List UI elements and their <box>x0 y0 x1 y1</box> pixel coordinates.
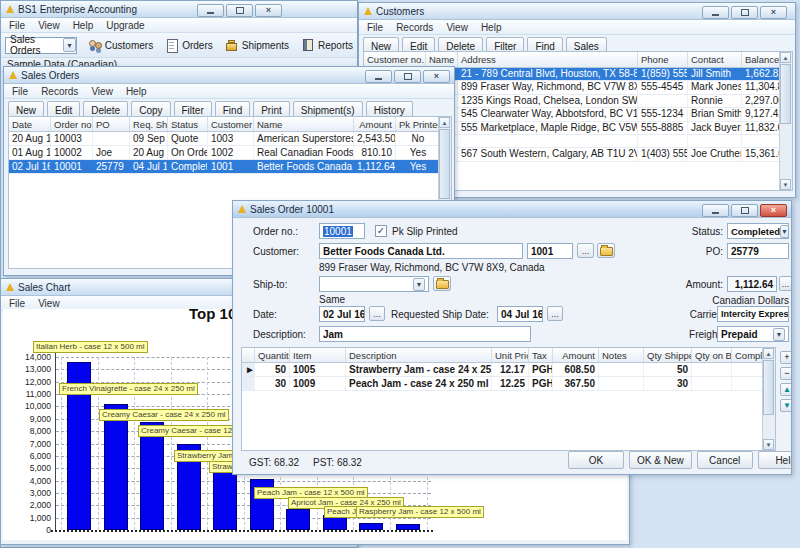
shipments-icon <box>225 39 239 52</box>
table-row[interactable]: 02 Jul 16100012577904 Jul 16Completed100… <box>9 160 451 174</box>
minimize-button[interactable] <box>702 6 729 19</box>
toolbar-reports-button[interactable]: Reports <box>301 39 353 52</box>
main-title-bar[interactable]: BS1 Enterprise Accounting × <box>1 1 357 18</box>
req-ship-date-picker-button[interactable]: ... <box>547 306 563 321</box>
items-grid-scrollbar[interactable]: ▲ ▼ <box>762 348 775 450</box>
maximize-button[interactable] <box>731 6 758 19</box>
ship-to-dropdown[interactable]: ▼ <box>319 276 429 292</box>
description-field[interactable]: Jam <box>319 326 531 342</box>
scrollbar-thumb[interactable] <box>763 360 774 415</box>
scrollbar-thumb[interactable] <box>780 64 791 124</box>
toolbar-orders-button[interactable]: Orders <box>165 39 213 52</box>
cell-name: Better Foods Canada Ltd. <box>254 160 354 173</box>
maximize-button[interactable] <box>226 4 253 17</box>
minimize-button[interactable] <box>365 70 392 83</box>
cell-pk_printed: No <box>396 132 441 145</box>
table-row[interactable]: 301009Peach Jam - case 24 x 250 ml12.25P… <box>242 377 775 391</box>
freight-dropdown[interactable]: Prepaid ▼ <box>717 326 789 342</box>
carrier-dropdown[interactable]: Intercity Express ▼ <box>717 306 789 322</box>
customer-name-field[interactable]: Better Foods Canada Ltd. <box>319 243 523 259</box>
close-button[interactable]: × <box>423 70 450 83</box>
y-axis-tick-label: 13,000 <box>9 365 51 374</box>
cell-quantity: 50 <box>255 363 290 376</box>
sales-orders-menu-help[interactable]: Help <box>126 86 147 97</box>
main-menu-help[interactable]: Help <box>73 20 94 31</box>
module-selector[interactable]: Sales Orders ▼ <box>5 37 77 54</box>
chevron-down-icon[interactable]: ▼ <box>413 278 425 291</box>
po-field[interactable]: 25779 <box>727 243 789 259</box>
minimize-button[interactable] <box>197 4 224 17</box>
scroll-down-icon[interactable]: ▼ <box>763 439 774 450</box>
main-menu-file[interactable]: File <box>9 20 25 31</box>
help-button[interactable]: Help <box>758 451 792 469</box>
customer-no-field[interactable]: 1001 <box>527 243 573 259</box>
pk-slip-checkbox[interactable]: ✓ <box>375 225 387 237</box>
main-caption-buttons: × <box>197 4 282 17</box>
close-button[interactable]: × <box>760 204 787 217</box>
sales-orders-menu-records[interactable]: Records <box>41 86 78 97</box>
cell-po: 25779 <box>93 160 130 173</box>
chart-menu-file[interactable]: File <box>9 298 25 309</box>
table-row[interactable]: ►501005Strawberry Jam - case 24 x 250 ml… <box>242 363 775 377</box>
maximize-button[interactable] <box>731 204 758 217</box>
add-row-button[interactable]: + <box>780 351 792 364</box>
chart-menu-view[interactable]: View <box>38 298 60 309</box>
maximize-button[interactable] <box>394 70 421 83</box>
minimize-button[interactable] <box>702 204 729 217</box>
ship-to-label: Ship-to: <box>253 279 287 290</box>
main-menubar: FileViewHelpUpgrade <box>1 18 357 33</box>
customer-open-button[interactable] <box>597 243 615 258</box>
move-down-button[interactable]: ▼ <box>780 399 792 412</box>
scroll-up-icon[interactable]: ▲ <box>763 348 774 359</box>
column-header-pk_printed: Pk Printed <box>396 117 441 131</box>
chevron-down-icon[interactable]: ▼ <box>780 225 789 238</box>
dialog-title-bar[interactable]: Sales Order 10001 × <box>233 201 791 218</box>
scroll-down-icon[interactable]: ▼ <box>780 179 791 190</box>
cell-description: Peach Jam - case 24 x 250 ml <box>346 377 492 390</box>
customers-menu-help[interactable]: Help <box>481 22 502 33</box>
amount-detail-button[interactable]: ... <box>779 276 792 291</box>
sales-orders-menubar: FileRecordsViewHelp <box>4 84 454 99</box>
desktop: BS1 Enterprise Accounting × FileViewHelp… <box>0 0 800 548</box>
move-up-button[interactable]: ▲ <box>780 383 792 396</box>
main-menu-view[interactable]: View <box>38 20 60 31</box>
sales-orders-menu-file[interactable]: File <box>12 86 28 97</box>
remove-row-button[interactable]: − <box>780 367 792 380</box>
order-no-field[interactable]: 10001 <box>319 223 365 239</box>
scroll-up-icon[interactable]: ▲ <box>780 52 791 63</box>
app-icon <box>6 283 14 291</box>
y-axis <box>55 351 56 530</box>
close-button[interactable]: × <box>255 4 282 17</box>
ship-to-open-button[interactable] <box>433 276 451 291</box>
column-header-address: Address <box>458 52 638 67</box>
cell-po: Joe <box>93 146 130 159</box>
customers-title-bar[interactable]: Customers × <box>359 3 795 20</box>
chevron-down-icon[interactable]: ▼ <box>773 328 785 341</box>
table-row[interactable]: 20 Aug 161000309 Sep 16Quote1003American… <box>9 132 451 146</box>
status-dropdown[interactable]: Completed ▼ <box>727 223 789 239</box>
sales-orders-menu-view[interactable]: View <box>91 86 113 97</box>
scroll-up-icon[interactable]: ▲ <box>439 117 450 128</box>
ok-new-button[interactable]: OK & New <box>629 451 692 469</box>
app-icon <box>364 7 372 15</box>
customers-menu-records[interactable]: Records <box>396 22 433 33</box>
req-ship-date-field[interactable]: 04 Jul 16 <box>497 306 543 322</box>
customer-lookup-button[interactable]: ... <box>577 243 594 258</box>
y-axis-tick-label: 14,000 <box>9 353 51 362</box>
main-menu-upgrade[interactable]: Upgrade <box>106 20 144 31</box>
date-picker-button[interactable]: ... <box>369 306 385 321</box>
customers-menu-file[interactable]: File <box>367 22 383 33</box>
chevron-down-icon[interactable]: ▼ <box>63 38 76 52</box>
toolbar-customers-button[interactable]: Customers <box>88 39 153 52</box>
customers-menu-view[interactable]: View <box>446 22 468 33</box>
toolbar-shipments-button[interactable]: Shipments <box>225 39 289 52</box>
close-button[interactable]: × <box>760 6 787 19</box>
cell-date: 01 Aug 16 <box>9 146 51 159</box>
scrollbar-thumb[interactable] <box>439 129 450 199</box>
ok-button[interactable]: OK <box>568 451 624 469</box>
customers-scrollbar[interactable]: ▲ ▼ <box>779 52 792 190</box>
cancel-button[interactable]: Cancel <box>697 451 753 469</box>
table-row[interactable]: 01 Aug 1610002Joe20 Aug 16On Order1002Re… <box>9 146 451 160</box>
sales-orders-title-bar[interactable]: Sales Orders × <box>4 67 454 84</box>
date-field[interactable]: 02 Jul 16 <box>319 306 365 322</box>
